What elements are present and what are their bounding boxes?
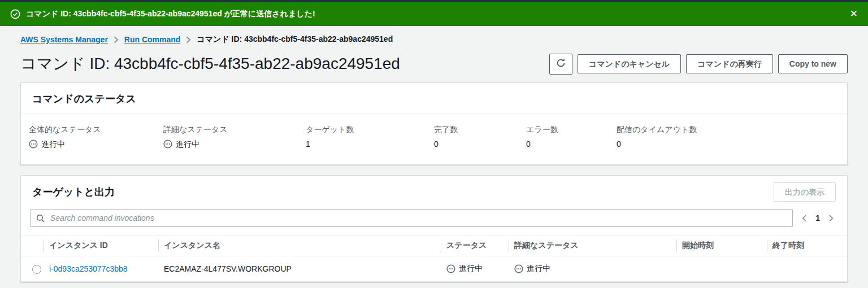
command-status-fields: 全体的なステータス 進行中 詳細なステータス bbox=[21, 114, 847, 164]
field-label: エラー数 bbox=[526, 124, 617, 135]
field-value: 0 bbox=[526, 138, 531, 150]
end-time-cell bbox=[767, 256, 847, 282]
page-header: コマンド ID: 43cbb4fc-cbf5-4f35-ab22-ab9ac24… bbox=[20, 53, 848, 75]
in-progress-icon bbox=[514, 264, 523, 273]
field-value: 進行中 bbox=[41, 138, 65, 150]
previous-page-icon[interactable] bbox=[802, 215, 807, 222]
page-number[interactable]: 1 bbox=[815, 213, 820, 222]
detailed-status-cell-text: 進行中 bbox=[527, 264, 550, 274]
command-status-card: コマンドのステータス 全体的なステータス 進行中 詳細なステータス bbox=[20, 82, 848, 165]
search-row: 1 bbox=[21, 207, 847, 235]
status-cell-text: 進行中 bbox=[459, 264, 483, 274]
column-header-instance-name[interactable]: インスタンス名 bbox=[158, 235, 441, 256]
pagination: 1 bbox=[802, 213, 834, 222]
success-banner: コマンド ID: 43cbb4fc-cbf5-4f35-ab22-ab9ac24… bbox=[0, 2, 868, 26]
table-row: i-0d93ca253077c3bb8 EC2AMAZ-4L477SV.WORK… bbox=[21, 256, 847, 282]
row-radio-button[interactable] bbox=[32, 265, 41, 274]
rerun-command-button[interactable]: コマンドの再実行 bbox=[686, 54, 773, 73]
column-header-status[interactable]: ステータス bbox=[441, 235, 509, 256]
field-label: 完了数 bbox=[434, 124, 526, 135]
targets-output-card: ターゲットと出力 出力の表示 1 bbox=[20, 175, 848, 282]
targets-output-title: ターゲットと出力 bbox=[32, 185, 115, 199]
invocations-table: インスタンス ID インスタンス名 ステータス 詳細なステータス 開始時刻 終了… bbox=[21, 235, 847, 282]
search-box bbox=[30, 209, 793, 227]
field-delivery-timeout-count: 配信のタイムアウト数 0 bbox=[617, 124, 836, 150]
copy-to-new-button[interactable]: Copy to new bbox=[778, 54, 848, 73]
field-target-count: ターゲット数 1 bbox=[306, 124, 434, 150]
toolbar: コマンドのキャンセル コマンドの再実行 Copy to new bbox=[549, 54, 848, 75]
column-header-end-time[interactable]: 終了時刻 bbox=[767, 235, 847, 256]
breadcrumb-link-systems-manager[interactable]: AWS Systems Manager bbox=[20, 35, 108, 44]
field-completed-count: 完了数 0 bbox=[434, 124, 526, 150]
field-label: 詳細なステータス bbox=[163, 124, 306, 135]
field-value: 1 bbox=[306, 138, 310, 150]
breadcrumb: AWS Systems Manager Run Command コマンド ID:… bbox=[20, 34, 848, 45]
check-circle-icon bbox=[10, 9, 20, 19]
in-progress-icon bbox=[29, 139, 38, 149]
field-value: 0 bbox=[434, 138, 439, 150]
column-header-start-time[interactable]: 開始時刻 bbox=[676, 235, 767, 256]
next-page-icon[interactable] bbox=[828, 215, 834, 222]
field-value: 0 bbox=[617, 138, 621, 150]
refresh-icon bbox=[556, 58, 566, 70]
instance-name-cell: EC2AMAZ-4L477SV.WORKGROUP bbox=[158, 256, 441, 282]
field-label: 全体的なステータス bbox=[29, 124, 163, 135]
close-icon[interactable]: ✕ bbox=[850, 9, 858, 19]
table-header-row: インスタンス ID インスタンス名 ステータス 詳細なステータス 開始時刻 終了… bbox=[21, 235, 847, 256]
instance-id-link[interactable]: i-0d93ca253077c3bb8 bbox=[49, 264, 128, 273]
main-content: AWS Systems Manager Run Command コマンド ID:… bbox=[0, 26, 868, 282]
field-label: ターゲット数 bbox=[306, 124, 434, 135]
search-icon bbox=[36, 214, 45, 222]
search-input[interactable] bbox=[49, 213, 787, 223]
in-progress-icon bbox=[446, 264, 455, 273]
field-overall-status: 全体的なステータス 進行中 bbox=[29, 124, 163, 150]
page-title: コマンド ID: 43cbb4fc-cbf5-4f35-ab22-ab9ac24… bbox=[20, 53, 400, 75]
chevron-right-icon bbox=[114, 36, 119, 43]
select-column-header bbox=[21, 235, 44, 256]
column-header-instance-id[interactable]: インスタンス ID bbox=[44, 235, 158, 256]
command-status-title: コマンドのステータス bbox=[21, 83, 847, 114]
field-value: 進行中 bbox=[176, 138, 199, 150]
view-output-button[interactable]: 出力の表示 bbox=[774, 182, 836, 202]
refresh-button[interactable] bbox=[549, 54, 572, 75]
field-detailed-status: 詳細なステータス 進行中 bbox=[163, 124, 306, 150]
in-progress-icon bbox=[163, 139, 172, 149]
column-header-detailed-status[interactable]: 詳細なステータス bbox=[509, 235, 676, 256]
cancel-command-button[interactable]: コマンドのキャンセル bbox=[578, 54, 681, 73]
breadcrumb-current: コマンド ID: 43cbb4fc-cbf5-4f35-ab22-ab9ac24… bbox=[197, 34, 393, 45]
banner-message: コマンド ID: 43cbb4fc-cbf5-4f35-ab22-ab9ac24… bbox=[26, 9, 315, 19]
field-error-count: エラー数 0 bbox=[526, 124, 617, 150]
chevron-right-icon bbox=[186, 36, 191, 43]
start-time-cell bbox=[676, 256, 767, 282]
field-label: 配信のタイムアウト数 bbox=[617, 124, 836, 135]
breadcrumb-link-run-command[interactable]: Run Command bbox=[124, 35, 181, 44]
